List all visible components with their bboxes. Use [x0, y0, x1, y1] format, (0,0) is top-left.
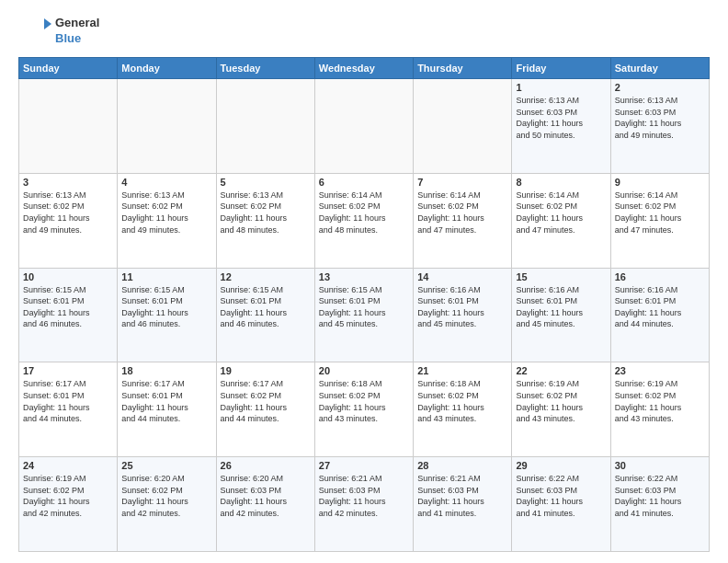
calendar-cell: 12Sunrise: 6:15 AM Sunset: 6:01 PM Dayli…: [216, 268, 314, 362]
day-number: 26: [221, 460, 311, 471]
day-info: Sunrise: 6:20 AM Sunset: 6:03 PM Dayligh…: [221, 473, 311, 519]
header-day-saturday: Saturday: [610, 58, 709, 79]
day-number: 6: [319, 177, 409, 188]
calendar-week-3: 17Sunrise: 6:17 AM Sunset: 6:01 PM Dayli…: [19, 362, 710, 457]
day-info: Sunrise: 6:13 AM Sunset: 6:03 PM Dayligh…: [516, 95, 606, 141]
calendar-cell: 25Sunrise: 6:20 AM Sunset: 6:02 PM Dayli…: [118, 457, 216, 552]
page: General Blue SundayMondayTuesdayWednesda…: [0, 0, 728, 563]
day-number: 12: [221, 271, 311, 282]
day-info: Sunrise: 6:13 AM Sunset: 6:02 PM Dayligh…: [121, 190, 211, 236]
calendar-cell: 19Sunrise: 6:17 AM Sunset: 6:02 PM Dayli…: [216, 362, 314, 457]
day-info: Sunrise: 6:15 AM Sunset: 6:01 PM Dayligh…: [221, 284, 311, 330]
day-info: Sunrise: 6:13 AM Sunset: 6:02 PM Dayligh…: [23, 190, 113, 236]
day-info: Sunrise: 6:16 AM Sunset: 6:01 PM Dayligh…: [417, 284, 507, 330]
day-info: Sunrise: 6:20 AM Sunset: 6:02 PM Dayligh…: [121, 473, 211, 519]
day-info: Sunrise: 6:14 AM Sunset: 6:02 PM Dayligh…: [516, 190, 606, 236]
calendar-cell: 2Sunrise: 6:13 AM Sunset: 6:03 PM Daylig…: [610, 79, 709, 174]
day-info: Sunrise: 6:13 AM Sunset: 6:02 PM Dayligh…: [221, 190, 311, 236]
calendar-cell: 4Sunrise: 6:13 AM Sunset: 6:02 PM Daylig…: [118, 173, 216, 268]
header-day-sunday: Sunday: [19, 58, 118, 79]
calendar-cell: [216, 79, 314, 174]
day-number: 4: [121, 177, 211, 188]
day-info: Sunrise: 6:21 AM Sunset: 6:03 PM Dayligh…: [319, 473, 409, 519]
calendar-cell: 27Sunrise: 6:21 AM Sunset: 6:03 PM Dayli…: [314, 457, 413, 552]
calendar-cell: 23Sunrise: 6:19 AM Sunset: 6:02 PM Dayli…: [610, 362, 709, 457]
day-info: Sunrise: 6:16 AM Sunset: 6:01 PM Dayligh…: [615, 284, 705, 330]
calendar-cell: 7Sunrise: 6:14 AM Sunset: 6:02 PM Daylig…: [414, 173, 512, 268]
day-number: 1: [516, 82, 606, 93]
calendar-cell: [118, 79, 216, 174]
calendar-cell: 10Sunrise: 6:15 AM Sunset: 6:01 PM Dayli…: [19, 268, 118, 362]
calendar-cell: 26Sunrise: 6:20 AM Sunset: 6:03 PM Dayli…: [216, 457, 314, 552]
calendar-cell: 5Sunrise: 6:13 AM Sunset: 6:02 PM Daylig…: [216, 173, 314, 268]
day-number: 29: [516, 460, 606, 471]
day-number: 22: [516, 365, 606, 376]
day-number: 16: [615, 271, 705, 282]
day-info: Sunrise: 6:13 AM Sunset: 6:03 PM Dayligh…: [615, 95, 705, 141]
day-number: 8: [516, 177, 606, 188]
day-number: 18: [121, 365, 211, 376]
logo-general: General: [55, 16, 99, 31]
calendar-cell: 24Sunrise: 6:19 AM Sunset: 6:02 PM Dayli…: [19, 457, 118, 552]
day-number: 28: [417, 460, 507, 471]
day-number: 19: [221, 365, 311, 376]
header: General Blue: [18, 15, 710, 48]
calendar-header-row: SundayMondayTuesdayWednesdayThursdayFrid…: [19, 58, 710, 79]
calendar-cell: 6Sunrise: 6:14 AM Sunset: 6:02 PM Daylig…: [314, 173, 413, 268]
day-number: 14: [417, 271, 507, 282]
calendar-cell: 17Sunrise: 6:17 AM Sunset: 6:01 PM Dayli…: [19, 362, 118, 457]
logo-svg: [18, 15, 51, 48]
header-day-wednesday: Wednesday: [314, 58, 413, 79]
calendar-table: SundayMondayTuesdayWednesdayThursdayFrid…: [18, 57, 710, 552]
calendar-week-2: 10Sunrise: 6:15 AM Sunset: 6:01 PM Dayli…: [19, 268, 710, 362]
header-day-monday: Monday: [118, 58, 216, 79]
day-number: 13: [319, 271, 409, 282]
calendar-week-1: 3Sunrise: 6:13 AM Sunset: 6:02 PM Daylig…: [19, 173, 710, 268]
calendar-cell: 8Sunrise: 6:14 AM Sunset: 6:02 PM Daylig…: [512, 173, 610, 268]
calendar-cell: 21Sunrise: 6:18 AM Sunset: 6:02 PM Dayli…: [414, 362, 512, 457]
day-info: Sunrise: 6:18 AM Sunset: 6:02 PM Dayligh…: [319, 378, 409, 424]
day-number: 23: [615, 365, 705, 376]
calendar-cell: 18Sunrise: 6:17 AM Sunset: 6:01 PM Dayli…: [118, 362, 216, 457]
day-info: Sunrise: 6:17 AM Sunset: 6:01 PM Dayligh…: [23, 378, 113, 424]
day-number: 21: [417, 365, 507, 376]
calendar-cell: 20Sunrise: 6:18 AM Sunset: 6:02 PM Dayli…: [314, 362, 413, 457]
calendar-cell: 29Sunrise: 6:22 AM Sunset: 6:03 PM Dayli…: [512, 457, 610, 552]
header-day-friday: Friday: [512, 58, 610, 79]
day-info: Sunrise: 6:19 AM Sunset: 6:02 PM Dayligh…: [23, 473, 113, 519]
day-number: 24: [23, 460, 113, 471]
day-number: 30: [615, 460, 705, 471]
calendar-cell: [19, 79, 118, 174]
calendar-cell: 9Sunrise: 6:14 AM Sunset: 6:02 PM Daylig…: [610, 173, 709, 268]
day-info: Sunrise: 6:19 AM Sunset: 6:02 PM Dayligh…: [615, 378, 705, 424]
logo: General Blue: [18, 15, 99, 48]
day-number: 20: [319, 365, 409, 376]
day-info: Sunrise: 6:14 AM Sunset: 6:02 PM Dayligh…: [417, 190, 507, 236]
day-info: Sunrise: 6:21 AM Sunset: 6:03 PM Dayligh…: [417, 473, 507, 519]
calendar-cell: 3Sunrise: 6:13 AM Sunset: 6:02 PM Daylig…: [19, 173, 118, 268]
day-info: Sunrise: 6:22 AM Sunset: 6:03 PM Dayligh…: [516, 473, 606, 519]
header-day-thursday: Thursday: [414, 58, 512, 79]
day-info: Sunrise: 6:15 AM Sunset: 6:01 PM Dayligh…: [23, 284, 113, 330]
calendar-cell: 13Sunrise: 6:15 AM Sunset: 6:01 PM Dayli…: [314, 268, 413, 362]
logo-blue: Blue: [55, 31, 99, 47]
calendar-cell: 1Sunrise: 6:13 AM Sunset: 6:03 PM Daylig…: [512, 79, 610, 174]
calendar-cell: 22Sunrise: 6:19 AM Sunset: 6:02 PM Dayli…: [512, 362, 610, 457]
svg-marker-0: [44, 18, 51, 29]
header-day-tuesday: Tuesday: [216, 58, 314, 79]
day-info: Sunrise: 6:15 AM Sunset: 6:01 PM Dayligh…: [121, 284, 211, 330]
day-number: 9: [615, 177, 705, 188]
day-number: 17: [23, 365, 113, 376]
day-number: 25: [121, 460, 211, 471]
calendar-cell: 14Sunrise: 6:16 AM Sunset: 6:01 PM Dayli…: [414, 268, 512, 362]
day-info: Sunrise: 6:17 AM Sunset: 6:02 PM Dayligh…: [221, 378, 311, 424]
day-number: 2: [615, 82, 705, 93]
calendar-cell: 28Sunrise: 6:21 AM Sunset: 6:03 PM Dayli…: [414, 457, 512, 552]
day-number: 7: [417, 177, 507, 188]
day-info: Sunrise: 6:15 AM Sunset: 6:01 PM Dayligh…: [319, 284, 409, 330]
day-number: 15: [516, 271, 606, 282]
calendar-cell: 16Sunrise: 6:16 AM Sunset: 6:01 PM Dayli…: [610, 268, 709, 362]
day-info: Sunrise: 6:18 AM Sunset: 6:02 PM Dayligh…: [417, 378, 507, 424]
day-info: Sunrise: 6:16 AM Sunset: 6:01 PM Dayligh…: [516, 284, 606, 330]
day-number: 11: [121, 271, 211, 282]
